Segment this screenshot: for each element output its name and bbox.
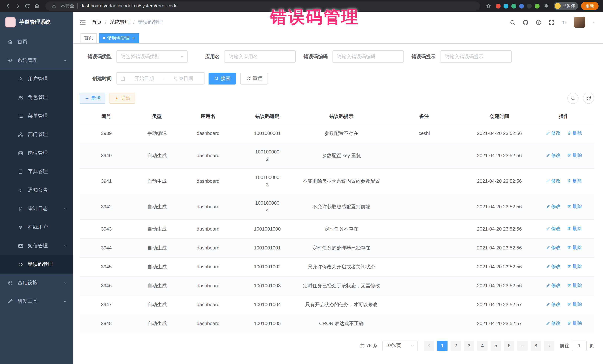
sidebar-item-errorcode[interactable]: 错误码管理 — [0, 255, 73, 274]
delete-link[interactable]: 删除 — [567, 282, 582, 289]
sidebar-item-devtools[interactable]: 研发工具 — [0, 292, 73, 311]
cell-remark: ceshi — [383, 124, 465, 143]
chevron-icon — [63, 281, 67, 285]
extension-icon-dark[interactable] — [527, 3, 532, 8]
page-size-select[interactable]: 10条/页 — [382, 341, 418, 351]
sidebar-item-audit[interactable]: 审计日志 — [0, 199, 73, 218]
delete-link[interactable]: 删除 — [567, 319, 582, 327]
extension-icon-teal[interactable] — [503, 3, 508, 8]
edit-link[interactable]: 修改 — [546, 151, 560, 159]
cell-error-hint: 不允许获取敏感配置到前端 — [300, 194, 383, 220]
sidebar-item-infra[interactable]: 基础设施 — [0, 274, 73, 292]
page-button-4[interactable]: 4 — [477, 341, 487, 351]
sidebar-item-label: 岗位管理 — [28, 150, 48, 156]
sidebar-item-system[interactable]: 系统管理 — [0, 51, 73, 70]
cell-error-hint: 只有开启状态的任务，才可以修改 — [300, 295, 383, 314]
search-button[interactable]: 搜索 — [209, 72, 236, 84]
page-button-8[interactable]: 8 — [531, 341, 541, 351]
edit-link[interactable]: 修改 — [546, 129, 560, 137]
delete-link[interactable]: 删除 — [567, 151, 582, 159]
search-icon[interactable] — [509, 19, 516, 26]
sidebar-item-notice[interactable]: 通知公告 — [0, 181, 73, 199]
menu-item-icon — [18, 113, 23, 119]
edit-link[interactable]: 修改 — [546, 177, 560, 184]
extension-icon-leaf[interactable] — [534, 3, 539, 8]
app-logo[interactable]: 芋道管理系统 — [0, 12, 73, 33]
edit-link[interactable]: 修改 — [546, 203, 560, 210]
sidebar-item-dept[interactable]: 部门管理 — [0, 125, 73, 144]
github-icon[interactable] — [522, 19, 529, 26]
extension-icon-red[interactable] — [496, 3, 500, 8]
page-button-···[interactable]: ··· — [517, 341, 528, 351]
hamburger-icon[interactable] — [79, 19, 86, 26]
sidebar-item-dict[interactable]: 字典管理 — [0, 162, 73, 181]
sidebar-item-user[interactable]: 用户管理 — [0, 70, 73, 88]
delete-link[interactable]: 删除 — [567, 300, 582, 308]
browser-back-icon[interactable] — [4, 2, 12, 10]
cell-remark — [383, 194, 465, 220]
extension-icon-green[interactable] — [511, 3, 516, 8]
browser-update-button[interactable]: 更新 — [581, 2, 599, 10]
browser-forward-icon[interactable] — [13, 2, 22, 10]
delete-link[interactable]: 删除 — [567, 203, 582, 210]
fullscreen-icon[interactable] — [548, 19, 555, 26]
profile-chip[interactable]: 已暂停 — [554, 2, 578, 10]
cell-app-name: dashboard — [181, 238, 235, 257]
breadcrumb-item[interactable]: 首页 — [92, 19, 102, 26]
export-button[interactable]: 导出 — [109, 93, 135, 104]
filter-error-hint-input[interactable] — [440, 50, 512, 63]
prev-page-button[interactable] — [424, 341, 434, 351]
delete-link[interactable]: 删除 — [567, 129, 582, 137]
sidebar-item-online[interactable]: 在线用户 — [0, 218, 73, 236]
page-button-5[interactable]: 5 — [491, 341, 501, 351]
add-button[interactable]: 新增 — [80, 93, 105, 104]
page: 不安全 dashboard.yudao.iocoder.cn/system/er… — [0, 0, 603, 364]
delete-link[interactable]: 删除 — [567, 263, 582, 270]
edit-link[interactable]: 修改 — [546, 300, 560, 308]
menu-item-icon — [18, 150, 23, 156]
tab-close-icon[interactable] — [131, 36, 135, 40]
address-bar[interactable]: 不安全 dashboard.yudao.iocoder.cn/system/er… — [45, 1, 480, 11]
edit-link[interactable]: 修改 — [546, 319, 560, 327]
page-button-6[interactable]: 6 — [504, 341, 514, 351]
reset-button[interactable]: 重置 — [241, 72, 268, 84]
delete-link[interactable]: 删除 — [567, 244, 582, 251]
page-button-1[interactable]: 1 — [437, 341, 448, 351]
sidebar-item-post[interactable]: 岗位管理 — [0, 144, 73, 162]
sidebar-item-label: 通知公告 — [28, 187, 48, 194]
filter-error-code-type-select[interactable] — [116, 50, 188, 63]
cell-error-code: 1001001003 — [235, 276, 300, 295]
page-button-2[interactable]: 2 — [451, 341, 461, 351]
browser-home-icon[interactable] — [33, 2, 41, 10]
font-size-icon[interactable] — [561, 19, 568, 26]
edit-link[interactable]: 修改 — [546, 225, 560, 232]
goto-page-input[interactable] — [572, 341, 587, 351]
user-avatar[interactable] — [574, 17, 585, 28]
sidebar-item-sms[interactable]: 短信管理 — [0, 236, 73, 255]
bookmark-star-icon[interactable] — [485, 2, 493, 10]
page-button-3[interactable]: 3 — [464, 341, 474, 351]
edit-link[interactable]: 修改 — [546, 263, 560, 270]
delete-link[interactable]: 删除 — [567, 225, 582, 232]
help-icon[interactable] — [535, 19, 542, 26]
refresh-table-button[interactable] — [583, 93, 594, 104]
sidebar-item-home[interactable]: 首页 — [0, 33, 73, 51]
sidebar-item-menu[interactable]: 菜单管理 — [0, 107, 73, 125]
next-page-button[interactable] — [544, 341, 554, 351]
browser-reload-icon[interactable] — [23, 2, 31, 10]
sidebar-item-role[interactable]: 角色管理 — [0, 88, 73, 107]
filter-app-name-input[interactable] — [224, 50, 296, 63]
edit-link[interactable]: 修改 — [546, 282, 560, 289]
create-time-range-picker[interactable]: 开始日期 - 结束日期 — [116, 72, 205, 85]
tab-errorcode[interactable]: 错误码管理 — [99, 33, 139, 43]
extensions-puzzle-icon[interactable] — [542, 2, 550, 10]
toggle-search-button[interactable] — [567, 93, 579, 104]
tab-home[interactable]: 首页 — [81, 33, 97, 43]
filter-error-code-input[interactable] — [332, 50, 404, 63]
delete-link[interactable]: 删除 — [567, 177, 582, 184]
breadcrumb-item: 错误码管理 — [138, 19, 163, 26]
edit-link[interactable]: 修改 — [546, 244, 560, 251]
extension-icon-blue[interactable] — [519, 3, 524, 8]
avatar-caret-icon[interactable] — [591, 20, 596, 24]
breadcrumb-item[interactable]: 系统管理 — [110, 19, 130, 26]
